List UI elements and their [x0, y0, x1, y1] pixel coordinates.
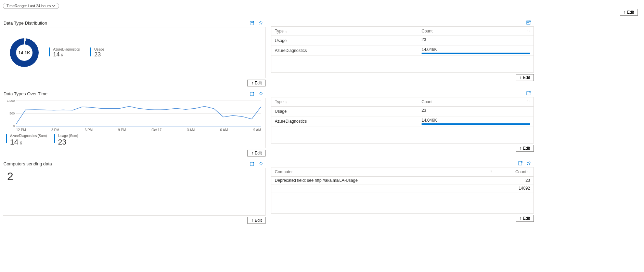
table-computer: Computer↑↓ Count↑↓ Deprecated field: see… — [271, 167, 533, 192]
panel-data-type-dist: 14.1K AzureDiagnostics 14 K Usage — [3, 27, 266, 78]
panel-table-type-count-2: Type↑↓ Count↑↓ Usage 23 AzureDiagnostics… — [271, 97, 534, 144]
svg-text:500: 500 — [10, 112, 15, 115]
legend-item-azurediagnostics-sum: AzureDiagnostics (Sum) 14 K — [6, 134, 47, 147]
edit-button[interactable]: ↑ Edit — [620, 9, 638, 16]
col-count[interactable]: Count↑↓ — [418, 97, 533, 107]
table-row[interactable]: AzureDiagnostics 14.046K — [271, 46, 533, 56]
table-row[interactable]: Usage 23 — [271, 36, 533, 46]
col-type[interactable]: Type↑↓ — [271, 97, 418, 107]
edit-label: Edit — [627, 10, 634, 15]
panel-table-type-count-1: Type↑↓ Count↑↓ Usage 23 AzureDiagnostics… — [271, 26, 534, 73]
col-count[interactable]: Count↑↓ — [418, 27, 533, 36]
svg-rect-1 — [251, 22, 253, 23]
computers-count: 2 — [3, 168, 265, 185]
chevron-down-icon — [52, 4, 55, 8]
table-type-count-1: Type↑↓ Count↑↓ Usage 23 AzureDiagnostics… — [271, 27, 533, 56]
up-arrow-icon: ↑ — [251, 151, 253, 155]
edit-button[interactable]: ↑ Edit — [516, 215, 534, 222]
edit-button[interactable]: ↑ Edit — [247, 80, 266, 86]
timerange-filter[interactable]: TimeRange: Last 24 hours — [3, 3, 59, 9]
pin-icon[interactable] — [526, 161, 531, 166]
legend-item-usage: Usage 23 — [90, 47, 104, 58]
x-axis-labels: 12 PM3 PM6 PM9 PMOct 173 AM6 AM9 AM — [6, 127, 262, 133]
logs-icon[interactable] — [249, 21, 255, 26]
svg-point-9 — [253, 92, 254, 93]
logs-icon[interactable] — [518, 161, 523, 166]
legend-item-azurediagnostics: AzureDiagnostics 14 K — [49, 47, 80, 58]
up-arrow-icon: ↑ — [251, 218, 253, 223]
donut-chart: 14.1K — [10, 38, 39, 67]
col-type[interactable]: Type↑↓ — [271, 27, 418, 36]
table-row[interactable]: Usage 23 — [271, 107, 533, 117]
section-title-data-type-dist: Data Type Distribution — [3, 21, 266, 26]
pin-icon[interactable] — [258, 91, 263, 97]
edit-button[interactable]: ↑ Edit — [516, 74, 534, 81]
svg-point-3 — [253, 21, 254, 23]
panel-table-computer: Computer↑↓ Count↑↓ Deprecated field: see… — [271, 167, 534, 214]
col-count[interactable]: Count↑↓ — [510, 167, 533, 177]
pin-icon[interactable] — [258, 161, 263, 167]
up-arrow-icon: ↑ — [519, 216, 521, 221]
panel-data-types-over-time: 05001,000 12 PM3 PM6 PM9 PMOct 173 AM6 A… — [3, 98, 266, 148]
table-type-count-2: Type↑↓ Count↑↓ Usage 23 AzureDiagnostics… — [271, 97, 533, 126]
pin-icon[interactable] — [258, 21, 263, 26]
svg-text:1,000: 1,000 — [7, 99, 15, 103]
line-chart: 05001,000 — [6, 99, 263, 127]
up-arrow-icon: ↑ — [519, 146, 521, 151]
up-arrow-icon: ↑ — [251, 81, 253, 85]
edit-button[interactable]: ↑ Edit — [247, 217, 266, 224]
table-row[interactable]: 14092 — [271, 185, 533, 192]
svg-text:0: 0 — [13, 124, 15, 127]
edit-button[interactable]: ↑ Edit — [247, 150, 266, 157]
table-row[interactable]: Deprecated field: see http://aka.ms/LA-U… — [271, 177, 533, 185]
up-arrow-icon: ↑ — [519, 75, 521, 80]
svg-point-21 — [521, 161, 523, 163]
section-title-data-types-over-time: Data Types Over Time — [3, 91, 266, 96]
svg-point-19 — [253, 162, 254, 163]
legend-item-usage-sum: Usage (Sum) 23 — [54, 134, 78, 147]
up-arrow-icon: ↑ — [623, 10, 626, 15]
svg-rect-2 — [251, 23, 253, 23]
svg-point-7 — [529, 21, 531, 22]
edit-button[interactable]: ↑ Edit — [516, 145, 534, 152]
section-title-computers: Computers sending data — [3, 161, 266, 166]
logs-icon[interactable] — [526, 91, 531, 96]
panel-computers: 2 — [3, 168, 266, 216]
donut-center-value: 14.1K — [10, 38, 39, 67]
svg-point-17 — [529, 91, 531, 93]
line-legend: AzureDiagnostics (Sum) 14 K Usage (Sum) … — [3, 133, 265, 148]
table-row[interactable]: AzureDiagnostics 14.046K — [271, 117, 533, 126]
logs-icon[interactable] — [249, 91, 255, 97]
svg-rect-6 — [527, 22, 529, 23]
svg-rect-5 — [527, 22, 529, 22]
timerange-label: TimeRange: Last 24 hours — [7, 4, 51, 8]
logs-icon[interactable] — [249, 161, 255, 167]
donut-legend: AzureDiagnostics 14 K Usage 23 — [49, 47, 104, 58]
logs-icon[interactable] — [526, 20, 531, 25]
col-computer[interactable]: Computer↑↓ — [271, 167, 510, 177]
